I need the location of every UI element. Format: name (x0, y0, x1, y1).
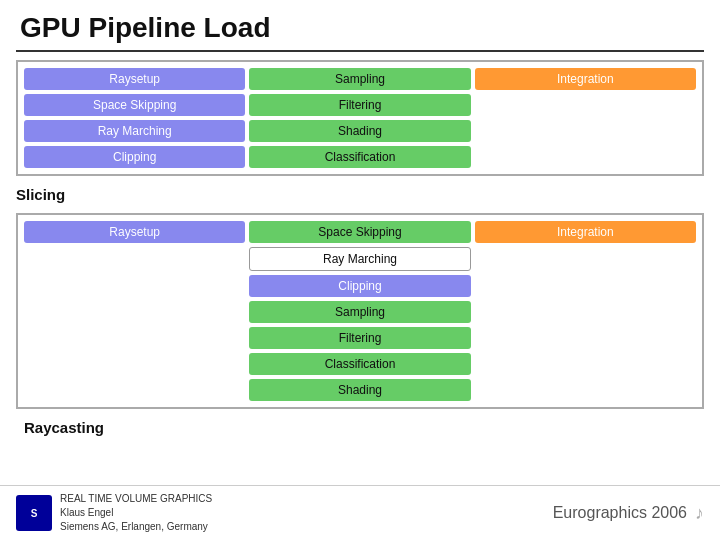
footer-info: REAL TIME VOLUME GRAPHICS Klaus Engel Si… (60, 492, 212, 534)
footer-author: Klaus Engel (60, 506, 212, 520)
footer-location: Siemens AG, Erlangen, Germany (60, 520, 212, 534)
footer-left: S REAL TIME VOLUME GRAPHICS Klaus Engel … (16, 492, 212, 534)
top-middle-item-2: Filtering (249, 94, 470, 116)
page-title: GPU Pipeline Load (0, 0, 720, 50)
siemens-logo: S (16, 495, 52, 531)
top-middle-item-4: Classification (249, 146, 470, 168)
bottom-middle-column: Space Skipping Ray Marching Clipping Sam… (249, 221, 470, 401)
bottom-middle-item-6: Classification (249, 353, 470, 375)
bottom-middle-item-1: Space Skipping (249, 221, 470, 243)
title-divider (16, 50, 704, 52)
footer-right: Eurographics 2006 ♪ (553, 503, 704, 524)
bottom-left-item-1: Raysetup (24, 221, 245, 243)
footer: S REAL TIME VOLUME GRAPHICS Klaus Engel … (0, 485, 720, 540)
bottom-grid-section: Raysetup Space Skipping Ray Marching Cli… (16, 213, 704, 409)
top-right-column: Integration (475, 68, 696, 168)
top-grid-section: Raysetup Space Skipping Ray Marching Cli… (16, 60, 704, 176)
top-left-column: Raysetup Space Skipping Ray Marching Cli… (24, 68, 245, 168)
music-note-icon: ♪ (695, 503, 704, 524)
top-middle-item-1: Sampling (249, 68, 470, 90)
main-content: Raysetup Space Skipping Ray Marching Cli… (0, 60, 720, 438)
footer-company: REAL TIME VOLUME GRAPHICS (60, 492, 212, 506)
bottom-middle-item-7: Shading (249, 379, 470, 401)
bottom-middle-item-3: Clipping (249, 275, 470, 297)
slicing-label: Slicing (16, 182, 704, 205)
top-left-item-3: Ray Marching (24, 120, 245, 142)
bottom-right-integration: Integration (475, 221, 696, 243)
top-left-item-4: Clipping (24, 146, 245, 168)
top-right-integration: Integration (475, 68, 696, 90)
top-middle-item-3: Shading (249, 120, 470, 142)
top-left-item-1: Raysetup (24, 68, 245, 90)
bottom-middle-item-4: Sampling (249, 301, 470, 323)
top-left-item-2: Space Skipping (24, 94, 245, 116)
footer-conference: Eurographics 2006 (553, 504, 687, 522)
bottom-left-column: Raysetup (24, 221, 245, 401)
top-middle-column: Sampling Filtering Shading Classificatio… (249, 68, 470, 168)
bottom-middle-item-2: Ray Marching (249, 247, 470, 271)
bottom-middle-item-5: Filtering (249, 327, 470, 349)
raycasting-label: Raycasting (16, 415, 704, 438)
bottom-right-column: Integration (475, 221, 696, 401)
